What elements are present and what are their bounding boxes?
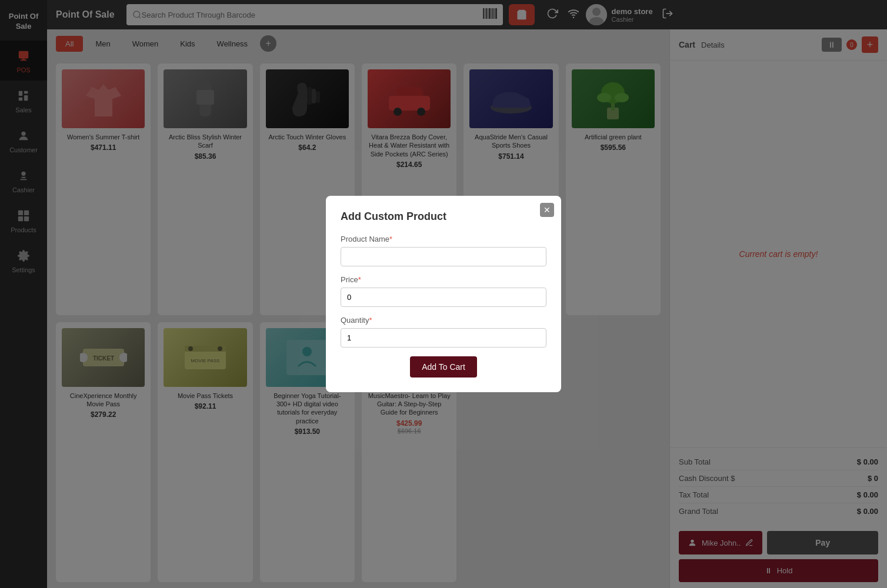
modal-title: Add Custom Product [341,211,546,223]
quantity-label: Quantity* [341,316,546,325]
price-group: Price* [341,275,546,307]
modal-overlay: ✕ Add Custom Product Product Name* Price… [0,0,887,588]
price-input[interactable] [341,288,546,307]
add-to-cart-button[interactable]: Add To Cart [410,356,477,377]
add-custom-product-modal: ✕ Add Custom Product Product Name* Price… [326,196,561,392]
price-label: Price* [341,275,546,284]
quantity-group: Quantity* [341,316,546,348]
product-name-label: Product Name* [341,235,546,243]
product-name-group: Product Name* [341,235,546,266]
product-name-input[interactable] [341,247,546,266]
modal-close-button[interactable]: ✕ [540,203,554,217]
quantity-input[interactable] [341,328,546,348]
